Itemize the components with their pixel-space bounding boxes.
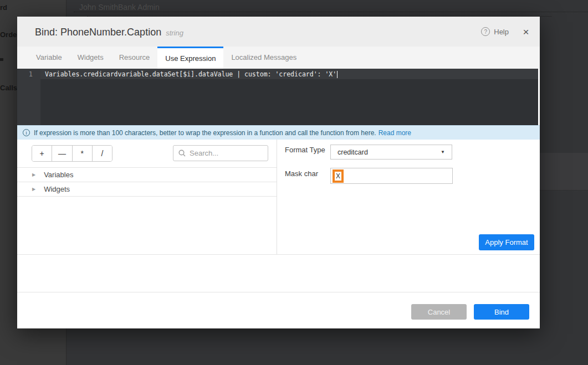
sidebar-item-partial: rd [0, 3, 7, 12]
sidebar-item-partial: Calls [0, 84, 17, 92]
canvas-selection-outline [74, 12, 588, 12]
tree-item-widgets[interactable]: ▶ Widgets [17, 182, 277, 196]
dialog-body: + — * / ▶ Variables ▶ Widgets [17, 140, 540, 255]
chevron-right-icon[interactable]: ▶ [32, 187, 35, 192]
mask-char-highlight: X [333, 169, 344, 183]
mask-char-input[interactable]: X [330, 168, 453, 184]
help-icon: ? [481, 27, 490, 36]
dialog-title-text: Bind: PhoneNumber.Caption [35, 27, 161, 38]
read-more-link[interactable]: Read more [379, 129, 411, 137]
expression-code-text: Variables.credicardvariable.dataSet[$i].… [45, 70, 336, 78]
tree-item-label: Widgets [44, 185, 70, 193]
mask-char-value: X [336, 172, 340, 180]
chevron-right-icon[interactable]: ▶ [32, 172, 35, 177]
sidebar-item-partial-icon [0, 58, 3, 61]
info-banner-text: If expression is more than 100 character… [34, 129, 376, 137]
source-tree: ▶ Variables ▶ Widgets [17, 167, 277, 197]
help-label: Help [494, 28, 509, 36]
select-arrow-icon: ▼ [441, 150, 445, 155]
format-type-value: creditcard [338, 148, 368, 156]
cancel-button[interactable]: Cancel [411, 304, 467, 320]
dialog-title: Bind: PhoneNumber.Captionstring [35, 27, 183, 38]
canvas-label-user: John SmithBank Admin [79, 3, 160, 12]
dialog-header: Bind: PhoneNumber.Captionstring ? Help × [17, 17, 540, 47]
source-panel: + — * / ▶ Variables ▶ Widgets [17, 140, 277, 254]
expression-editor[interactable]: 1 Variables.credicardvariable.dataSet[$i… [17, 69, 538, 125]
tab-use-expression[interactable]: Use Expression [157, 47, 223, 69]
footer-divider [17, 292, 540, 292]
operator-plus-button[interactable]: + [32, 146, 52, 161]
bind-button[interactable]: Bind [474, 304, 529, 320]
tab-widgets[interactable]: Widgets [70, 47, 111, 69]
operator-minus-button[interactable]: — [52, 146, 72, 161]
operator-divide-button[interactable]: / [93, 146, 112, 161]
editor-line-number: 1 [17, 70, 33, 78]
tab-localized-messages[interactable]: Localized Messages [223, 47, 304, 69]
close-button[interactable]: × [520, 25, 532, 38]
text-caret [337, 71, 338, 78]
expression-code: Variables.credicardvariable.dataSet[$i].… [45, 70, 338, 78]
bind-dialog: Bind: PhoneNumber.Captionstring ? Help ×… [17, 17, 540, 328]
operator-multiply-button[interactable]: * [73, 146, 93, 161]
info-icon: i [23, 129, 30, 136]
search-input[interactable] [190, 149, 263, 157]
mask-char-label: Mask char [285, 169, 318, 178]
dialog-subtitle: string [166, 29, 183, 37]
tree-item-label: Variables [44, 171, 73, 179]
tree-item-variables[interactable]: ▶ Variables [17, 167, 277, 182]
close-icon: × [523, 27, 529, 37]
apply-format-button[interactable]: Apply Format [479, 234, 534, 250]
search-box [173, 145, 268, 161]
operator-toolbar: + — * / [32, 145, 113, 162]
tab-resource[interactable]: Resource [111, 47, 158, 69]
search-icon [178, 150, 186, 157]
help-button[interactable]: ? Help [481, 27, 509, 36]
tab-bar: Variable Widgets Resource Use Expression… [17, 47, 540, 69]
format-panel: Format Type creditcard ▼ Mask char X App… [278, 140, 540, 254]
tab-variable[interactable]: Variable [28, 47, 70, 69]
info-banner: i If expression is more than 100 charact… [17, 125, 540, 140]
format-type-label: Format Type [285, 146, 325, 154]
format-type-select[interactable]: creditcard ▼ [330, 145, 452, 160]
